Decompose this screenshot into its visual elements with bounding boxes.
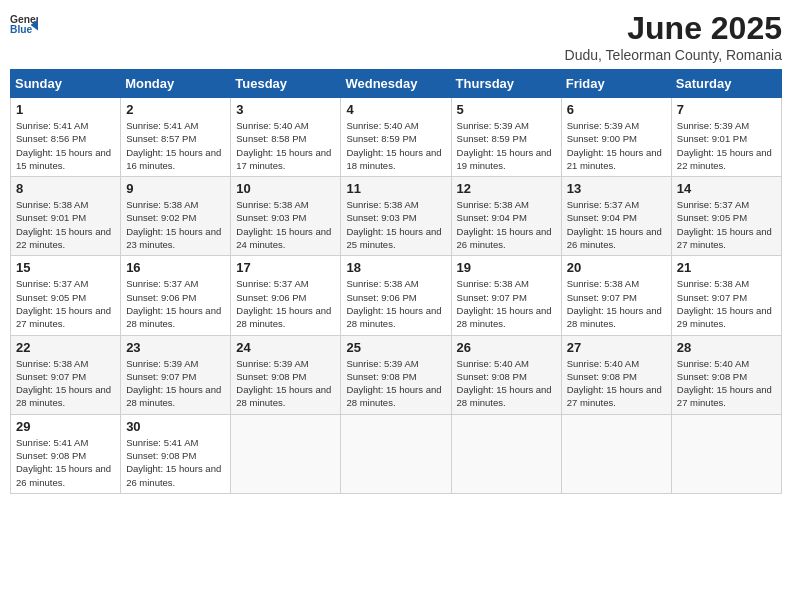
day-info: Sunrise: 5:40 AM Sunset: 8:59 PM Dayligh… [346,119,445,172]
day-info: Sunrise: 5:38 AM Sunset: 9:07 PM Dayligh… [677,277,776,330]
day-cell: 27 Sunrise: 5:40 AM Sunset: 9:08 PM Dayl… [561,335,671,414]
day-info: Sunrise: 5:41 AM Sunset: 9:08 PM Dayligh… [126,436,225,489]
day-cell: 6 Sunrise: 5:39 AM Sunset: 9:00 PM Dayli… [561,98,671,177]
day-number: 27 [567,340,666,355]
week-row-2: 8 Sunrise: 5:38 AM Sunset: 9:01 PM Dayli… [11,177,782,256]
day-cell: 23 Sunrise: 5:39 AM Sunset: 9:07 PM Dayl… [121,335,231,414]
day-cell: 5 Sunrise: 5:39 AM Sunset: 8:59 PM Dayli… [451,98,561,177]
day-number: 13 [567,181,666,196]
weekday-header-thursday: Thursday [451,70,561,98]
day-info: Sunrise: 5:38 AM Sunset: 9:07 PM Dayligh… [457,277,556,330]
day-info: Sunrise: 5:37 AM Sunset: 9:05 PM Dayligh… [677,198,776,251]
day-info: Sunrise: 5:38 AM Sunset: 9:02 PM Dayligh… [126,198,225,251]
day-info: Sunrise: 5:37 AM Sunset: 9:04 PM Dayligh… [567,198,666,251]
day-number: 2 [126,102,225,117]
day-info: Sunrise: 5:40 AM Sunset: 8:58 PM Dayligh… [236,119,335,172]
week-row-3: 15 Sunrise: 5:37 AM Sunset: 9:05 PM Dayl… [11,256,782,335]
day-info: Sunrise: 5:38 AM Sunset: 9:03 PM Dayligh… [346,198,445,251]
day-number: 3 [236,102,335,117]
day-info: Sunrise: 5:38 AM Sunset: 9:07 PM Dayligh… [567,277,666,330]
day-number: 25 [346,340,445,355]
day-cell: 17 Sunrise: 5:37 AM Sunset: 9:06 PM Dayl… [231,256,341,335]
day-cell: 7 Sunrise: 5:39 AM Sunset: 9:01 PM Dayli… [671,98,781,177]
day-number: 7 [677,102,776,117]
month-title: June 2025 [565,10,782,47]
weekday-header-row: SundayMondayTuesdayWednesdayThursdayFrid… [11,70,782,98]
day-info: Sunrise: 5:38 AM Sunset: 9:03 PM Dayligh… [236,198,335,251]
day-number: 15 [16,260,115,275]
calendar-table: SundayMondayTuesdayWednesdayThursdayFrid… [10,69,782,494]
day-info: Sunrise: 5:38 AM Sunset: 9:07 PM Dayligh… [16,357,115,410]
day-cell: 2 Sunrise: 5:41 AM Sunset: 8:57 PM Dayli… [121,98,231,177]
logo: General Blue [10,10,38,38]
day-cell: 12 Sunrise: 5:38 AM Sunset: 9:04 PM Dayl… [451,177,561,256]
week-row-4: 22 Sunrise: 5:38 AM Sunset: 9:07 PM Dayl… [11,335,782,414]
day-info: Sunrise: 5:40 AM Sunset: 9:08 PM Dayligh… [567,357,666,410]
day-cell: 4 Sunrise: 5:40 AM Sunset: 8:59 PM Dayli… [341,98,451,177]
day-info: Sunrise: 5:38 AM Sunset: 9:01 PM Dayligh… [16,198,115,251]
day-info: Sunrise: 5:39 AM Sunset: 9:00 PM Dayligh… [567,119,666,172]
day-cell: 10 Sunrise: 5:38 AM Sunset: 9:03 PM Dayl… [231,177,341,256]
day-number: 4 [346,102,445,117]
day-info: Sunrise: 5:39 AM Sunset: 9:08 PM Dayligh… [346,357,445,410]
day-cell: 24 Sunrise: 5:39 AM Sunset: 9:08 PM Dayl… [231,335,341,414]
day-info: Sunrise: 5:39 AM Sunset: 8:59 PM Dayligh… [457,119,556,172]
day-info: Sunrise: 5:41 AM Sunset: 8:56 PM Dayligh… [16,119,115,172]
day-number: 28 [677,340,776,355]
day-number: 30 [126,419,225,434]
weekday-header-friday: Friday [561,70,671,98]
day-info: Sunrise: 5:39 AM Sunset: 9:07 PM Dayligh… [126,357,225,410]
logo-icon: General Blue [10,10,38,38]
location-subtitle: Dudu, Teleorman County, Romania [565,47,782,63]
day-cell: 26 Sunrise: 5:40 AM Sunset: 9:08 PM Dayl… [451,335,561,414]
day-number: 12 [457,181,556,196]
day-number: 21 [677,260,776,275]
day-number: 14 [677,181,776,196]
day-info: Sunrise: 5:40 AM Sunset: 9:08 PM Dayligh… [457,357,556,410]
day-cell [671,414,781,493]
day-info: Sunrise: 5:40 AM Sunset: 9:08 PM Dayligh… [677,357,776,410]
day-cell: 16 Sunrise: 5:37 AM Sunset: 9:06 PM Dayl… [121,256,231,335]
day-cell: 28 Sunrise: 5:40 AM Sunset: 9:08 PM Dayl… [671,335,781,414]
day-cell: 22 Sunrise: 5:38 AM Sunset: 9:07 PM Dayl… [11,335,121,414]
day-info: Sunrise: 5:41 AM Sunset: 9:08 PM Dayligh… [16,436,115,489]
title-area: June 2025 Dudu, Teleorman County, Romani… [565,10,782,63]
day-info: Sunrise: 5:41 AM Sunset: 8:57 PM Dayligh… [126,119,225,172]
day-number: 19 [457,260,556,275]
week-row-5: 29 Sunrise: 5:41 AM Sunset: 9:08 PM Dayl… [11,414,782,493]
day-info: Sunrise: 5:37 AM Sunset: 9:06 PM Dayligh… [126,277,225,330]
day-info: Sunrise: 5:38 AM Sunset: 9:06 PM Dayligh… [346,277,445,330]
day-cell [231,414,341,493]
day-cell: 9 Sunrise: 5:38 AM Sunset: 9:02 PM Dayli… [121,177,231,256]
day-cell [451,414,561,493]
day-number: 8 [16,181,115,196]
day-cell: 25 Sunrise: 5:39 AM Sunset: 9:08 PM Dayl… [341,335,451,414]
day-number: 22 [16,340,115,355]
day-cell: 1 Sunrise: 5:41 AM Sunset: 8:56 PM Dayli… [11,98,121,177]
day-number: 9 [126,181,225,196]
day-cell: 11 Sunrise: 5:38 AM Sunset: 9:03 PM Dayl… [341,177,451,256]
day-number: 17 [236,260,335,275]
day-number: 11 [346,181,445,196]
day-number: 18 [346,260,445,275]
weekday-header-saturday: Saturday [671,70,781,98]
day-number: 23 [126,340,225,355]
day-cell: 20 Sunrise: 5:38 AM Sunset: 9:07 PM Dayl… [561,256,671,335]
day-number: 1 [16,102,115,117]
day-number: 6 [567,102,666,117]
day-cell: 19 Sunrise: 5:38 AM Sunset: 9:07 PM Dayl… [451,256,561,335]
day-info: Sunrise: 5:39 AM Sunset: 9:01 PM Dayligh… [677,119,776,172]
day-cell: 15 Sunrise: 5:37 AM Sunset: 9:05 PM Dayl… [11,256,121,335]
day-info: Sunrise: 5:37 AM Sunset: 9:05 PM Dayligh… [16,277,115,330]
weekday-header-sunday: Sunday [11,70,121,98]
day-number: 16 [126,260,225,275]
day-cell [341,414,451,493]
week-row-1: 1 Sunrise: 5:41 AM Sunset: 8:56 PM Dayli… [11,98,782,177]
day-cell: 30 Sunrise: 5:41 AM Sunset: 9:08 PM Dayl… [121,414,231,493]
day-cell [561,414,671,493]
svg-text:Blue: Blue [10,24,33,35]
weekday-header-tuesday: Tuesday [231,70,341,98]
day-number: 26 [457,340,556,355]
day-number: 29 [16,419,115,434]
day-info: Sunrise: 5:37 AM Sunset: 9:06 PM Dayligh… [236,277,335,330]
